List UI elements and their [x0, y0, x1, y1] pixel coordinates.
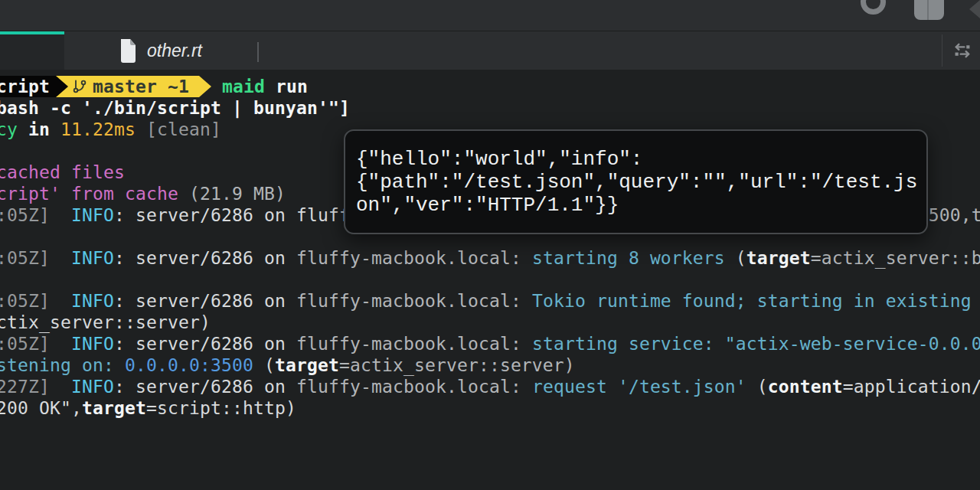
terminal-segment: :05Z]: [0, 334, 50, 354]
terminal-segment: (: [725, 248, 746, 268]
terminal-segment: [50, 291, 71, 311]
terminal-segment: fluffy-macbook.local:: [296, 334, 521, 354]
terminal-segment: (: [746, 377, 768, 397]
command-args: run: [276, 76, 308, 97]
layout-panel-icon[interactable]: [914, 0, 944, 20]
tab-label: other.rt: [147, 41, 202, 61]
active-tab-accent: [0, 31, 64, 34]
terminal-segment: : server/6286 on: [114, 334, 296, 354]
terminal-line: 227Z] INFO: server/6286 on fluffy-macboo…: [0, 376, 980, 397]
response-tooltip: {"hello":"world","info": {"path":"/test.…: [344, 129, 928, 234]
terminal-line: [0, 269, 980, 290]
terminal-segment: 200 OK",: [0, 398, 82, 418]
tab-other-rt[interactable]: other.rt: [107, 31, 202, 70]
terminal-segment: INFO: [71, 205, 114, 225]
terminal-tab[interactable]: [0, 31, 64, 70]
terminal-segment: 0.0.0.0:3500: [125, 355, 253, 375]
terminal-segment: [521, 334, 532, 354]
terminal-line: :05Z] INFO: server/6286 on fluffy-macboo…: [0, 247, 980, 269]
terminal-segment: request '/test.json': [532, 377, 746, 397]
terminal-segment: [50, 248, 71, 268]
prompt-git-segment: master ~1: [68, 76, 199, 97]
split-panes-icon[interactable]: [951, 40, 974, 61]
terminal-segment: : server/6286 on: [114, 248, 296, 268]
terminal-segment: [521, 377, 532, 397]
tooltip-json-line: {"path":"/test.json","query":"","url":"/…: [356, 171, 916, 194]
terminal-segment: fluffy-macbook.local:: [296, 248, 521, 268]
terminal-segment: (21.9 MB): [189, 184, 286, 204]
terminal-line: stening on: 0.0.0.0:3500 (target=actix_s…: [0, 354, 980, 376]
title-bar: [0, 0, 980, 31]
history-ring-icon[interactable]: [861, 0, 886, 15]
terminal-segment: 227Z]: [0, 377, 50, 397]
terminal-segment: : server/6286 on: [114, 377, 296, 397]
terminal-segment: 11.22ms: [60, 119, 136, 139]
terminal-segment: (: [253, 355, 275, 375]
terminal-segment: stening on:: [0, 355, 125, 375]
powerline-arrow-icon: [56, 76, 68, 97]
terminal-segment: :05Z]: [0, 248, 50, 268]
terminal-segment: target: [746, 248, 811, 268]
terminal-segment: starting service: "actix-web-service-0.0…: [532, 334, 980, 354]
terminal-segment: [521, 291, 532, 311]
terminal-segment: [50, 334, 71, 354]
terminal-segment: :05Z]: [0, 291, 50, 311]
terminal-prompt: cript master ~1 maid run: [0, 76, 980, 97]
terminal-segment: =script::http): [146, 398, 296, 418]
tooltip-json-line: {"hello":"world","info":: [356, 148, 916, 171]
terminal-segment: bash -c './bin/script | bunyan'"]: [0, 98, 350, 118]
terminal-line: 200 OK",target=script::http): [0, 397, 980, 419]
file-icon: [118, 38, 138, 64]
terminal-segment: [50, 205, 71, 225]
terminal-content: cript master ~1 maid run bash -c './bin/…: [0, 76, 980, 419]
terminal-segment: fluffy-macbook.local:: [296, 291, 521, 311]
terminal-segment: INFO: [71, 291, 114, 311]
terminal-segment: cached files: [0, 162, 125, 182]
tab-separator: [257, 42, 259, 62]
prompt-dir-segment: cript: [0, 76, 56, 97]
terminal-segment: starting 8 workers: [532, 248, 725, 268]
terminal-segment: target: [275, 355, 339, 375]
terminal-segment: =actix_server::server): [339, 355, 575, 375]
terminal-segment: [521, 248, 532, 268]
terminal-line: :05Z] INFO: server/6286 on fluffy-macboo…: [0, 333, 980, 354]
terminal-segment: [50, 377, 71, 397]
git-branch-icon: [72, 78, 87, 95]
terminal-segment: : server/6286 on fluff: [114, 205, 350, 225]
terminal-segment: content: [768, 377, 843, 397]
command-name: maid: [222, 76, 265, 97]
git-branch-label: master ~1: [93, 76, 189, 97]
tooltip-json-line: on","ver":"HTTP/1.1"}}: [356, 194, 916, 217]
tab-bar: other.rt: [0, 31, 980, 70]
terminal-segment: [clean]: [136, 119, 221, 139]
terminal-segment: :05Z]: [0, 205, 50, 225]
terminal-segment: INFO: [71, 377, 114, 397]
terminal-line: bash -c './bin/script | bunyan'"]: [0, 97, 980, 119]
terminal-line: :05Z] INFO: server/6286 on fluffy-macboo…: [0, 290, 980, 312]
prompt-command: maid run: [222, 76, 308, 97]
corner-wedge-icon: [969, 0, 980, 18]
terminal-segment: ctix_server::server): [0, 312, 211, 332]
pane-divider: [942, 34, 942, 67]
terminal-segment: INFO: [71, 334, 114, 354]
terminal-line: ctix_server::server): [0, 312, 980, 333]
terminal-segment: cy: [0, 119, 18, 139]
terminal-segment: cript' from cache: [0, 184, 189, 204]
terminal-segment: INFO: [71, 248, 114, 268]
terminal-segment: =actix_server::bu: [811, 248, 980, 268]
panel-seam: [927, 0, 929, 20]
terminal-segment: target: [82, 398, 146, 418]
prompt-dir: cript: [0, 76, 50, 97]
terminal-segment: in: [18, 119, 60, 139]
terminal-segment: =application/j: [843, 377, 980, 397]
terminal-segment: : server/6286 on: [114, 291, 296, 311]
terminal-segment: fluffy-macbook.local:: [296, 377, 521, 397]
powerline-arrow-icon: [199, 76, 211, 97]
terminal-segment: Tokio runtime found; starting in existin…: [532, 291, 980, 311]
